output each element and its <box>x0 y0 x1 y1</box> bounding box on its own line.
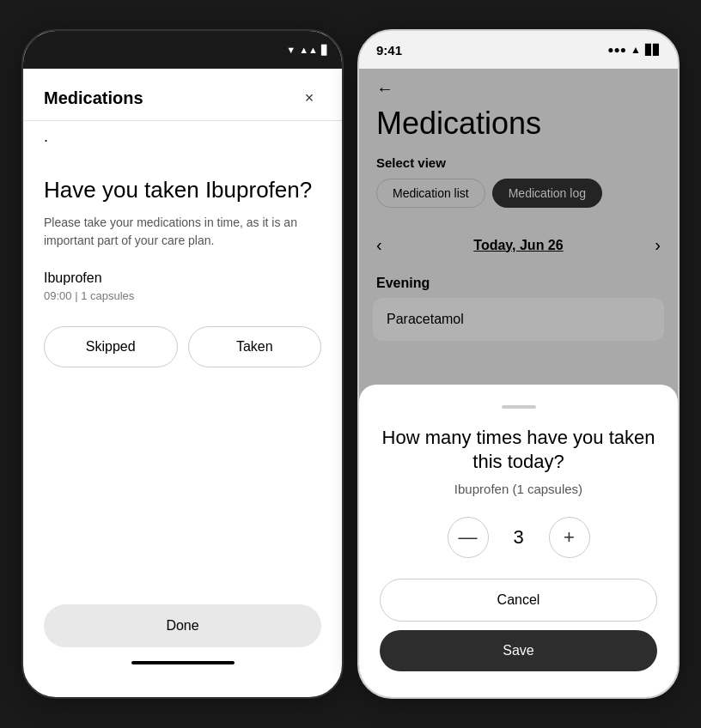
counter-row: — 3 + <box>380 517 657 558</box>
signal-bars-icon: ●●● <box>607 44 626 56</box>
dosage-bottom-sheet: How many times have you taken this today… <box>359 385 678 697</box>
status-icons-left: ▼ ▲▲ ▊ <box>286 45 328 56</box>
modal-body: Have you taken Ibuprofen? Please take yo… <box>23 149 342 591</box>
status-time: 9:41 <box>376 43 402 58</box>
counter-value: 3 <box>506 526 532 549</box>
modal-question: Have you taken Ibuprofen? <box>44 177 321 203</box>
sheet-handle <box>502 405 536 409</box>
plus-icon: + <box>564 526 575 549</box>
taken-button[interactable]: Taken <box>188 326 322 367</box>
sheet-med-label: Ibuprofen (1 capsules) <box>380 482 657 496</box>
battery-icon: ▊ <box>321 45 328 56</box>
increment-button[interactable]: + <box>549 517 590 558</box>
status-bar-left: ▼ ▲▲ ▊ <box>23 31 342 69</box>
medication-detail: 09:00 | 1 capsules <box>44 289 321 302</box>
left-phone: ▼ ▲▲ ▊ Medications × . Have you taken Ib… <box>21 29 344 699</box>
medication-modal: Medications × . Have you taken Ibuprofen… <box>23 69 342 697</box>
decrement-button[interactable]: — <box>448 517 489 558</box>
modal-description: Please take your medications in time, as… <box>44 214 321 250</box>
medications-page: ← Medications Select view Medication lis… <box>359 69 678 697</box>
wifi-icon-right: ▲ <box>631 44 641 56</box>
medication-name: Ibuprofen <box>44 270 321 286</box>
minus-icon: — <box>459 526 478 549</box>
status-bar-right: 9:41 ●●● ▲ ▊▊ <box>359 31 678 69</box>
wifi-icon: ▼ <box>286 45 296 55</box>
done-button[interactable]: Done <box>44 604 321 647</box>
save-button[interactable]: Save <box>380 630 657 671</box>
home-indicator-left <box>131 661 235 664</box>
cancel-button[interactable]: Cancel <box>380 579 657 622</box>
status-icons-right: ●●● ▲ ▊▊ <box>607 44 661 56</box>
close-button[interactable]: × <box>297 86 321 110</box>
sheet-question: How many times have you taken this today… <box>380 426 657 475</box>
modal-header: Medications × <box>23 69 342 121</box>
right-phone: 9:41 ●●● ▲ ▊▊ ← Medications Select view … <box>357 29 680 699</box>
modal-title: Medications <box>44 88 143 108</box>
battery-icon-right: ▊▊ <box>645 44 661 56</box>
modal-dot: . <box>23 121 342 149</box>
skipped-button[interactable]: Skipped <box>44 326 178 367</box>
modal-footer: Done <box>23 591 342 697</box>
signal-icon: ▲▲ <box>299 45 318 55</box>
modal-actions: Skipped Taken <box>44 326 321 367</box>
